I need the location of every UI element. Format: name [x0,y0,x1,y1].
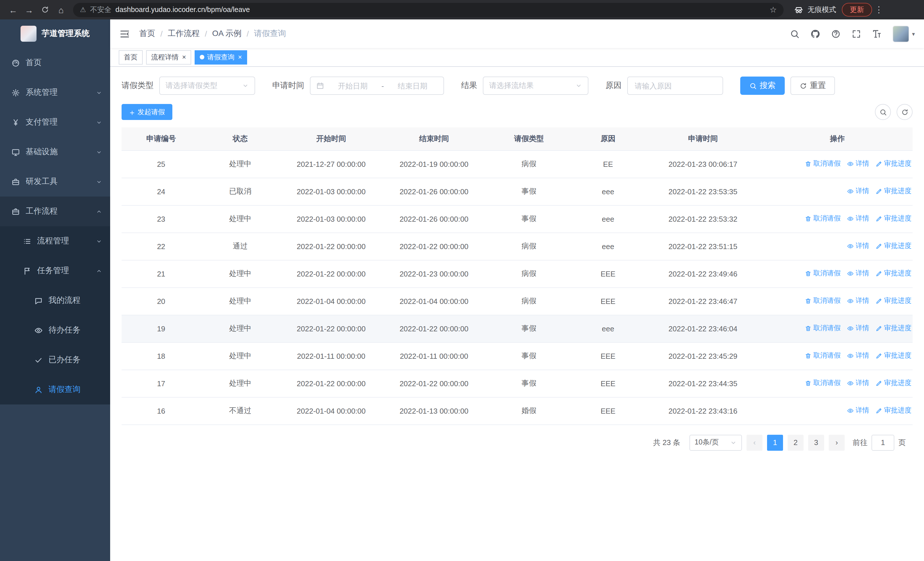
sidebar-item-todo-task[interactable]: 待办任务 [0,315,110,345]
font-size-icon[interactable] [872,29,882,39]
detail-link[interactable]: 详情 [847,296,869,306]
cell-leave-type: 病假 [485,287,572,315]
page-button-1[interactable]: 1 [767,435,783,450]
detail-link[interactable]: 详情 [847,406,869,416]
result-select[interactable]: 请选择流结果 [483,77,588,95]
page-button-2[interactable]: 2 [788,435,804,450]
trash-icon [805,161,812,167]
logo-avatar [21,26,36,42]
cell-status: 处理中 [201,370,280,397]
breadcrumb: 首页 / 工作流程 / OA 示例 / 请假查询 [139,29,286,39]
browser-menu-icon[interactable]: ⋮ [873,2,885,17]
sidebar-item-home[interactable]: 首页 [0,48,110,78]
search-button[interactable]: 搜索 [740,77,785,95]
reason-input[interactable] [627,77,723,95]
detail-link[interactable]: 详情 [847,186,869,196]
detail-link[interactable]: 详情 [847,323,869,333]
edit-icon [876,380,882,387]
tab-leave-query[interactable]: 请假查询 × [195,50,247,64]
user-menu[interactable]: ▾ [892,26,915,42]
date-range-picker[interactable]: - [310,77,444,95]
approval-progress-link[interactable]: 审批进度 [876,379,912,388]
sidebar-item-dev-tools[interactable]: 研发工具 [0,167,110,197]
approval-progress-link[interactable]: 审批进度 [876,269,912,278]
breadcrumb-item-workflow[interactable]: 工作流程 [168,29,200,39]
create-leave-button[interactable]: 发起请假 [122,104,172,120]
detail-link[interactable]: 详情 [847,241,869,251]
prev-page-button[interactable]: ‹ [747,435,762,450]
sidebar-item-infrastructure[interactable]: 基础设施 [0,137,110,167]
search-icon[interactable] [790,29,800,39]
sidebar-item-leave-query[interactable]: 请假查询 [0,375,110,405]
page-button-3[interactable]: 3 [808,435,824,450]
reload-icon[interactable] [38,2,52,17]
fullscreen-icon[interactable] [852,29,861,39]
sidebar-item-my-process[interactable]: 我的流程 [0,286,110,315]
bookmark-star-icon[interactable]: ☆ [770,5,777,14]
back-icon[interactable]: ← [6,2,21,17]
tab-home[interactable]: 首页 [119,50,142,64]
security-label[interactable]: 不安全 [90,5,112,15]
end-date-input[interactable] [387,81,438,90]
cancel-leave-link[interactable]: 取消请假 [805,296,841,306]
refresh-table-button[interactable] [897,104,913,120]
github-icon[interactable] [810,29,820,39]
cancel-leave-link[interactable]: 取消请假 [805,351,841,361]
close-icon[interactable]: × [182,54,186,60]
approval-progress-link[interactable]: 审批进度 [876,406,912,416]
detail-link[interactable]: 详情 [847,159,869,169]
next-page-button[interactable]: › [829,435,844,450]
detail-link[interactable]: 详情 [847,214,869,224]
approval-progress-link[interactable]: 审批进度 [876,323,912,333]
sidebar-item-process-mgmt[interactable]: 流程管理 [0,226,110,256]
close-icon[interactable]: × [238,54,242,60]
browser-home-icon[interactable]: ⌂ [54,2,69,17]
cell-end-time: 2022-01-26 00:00:00 [382,177,485,205]
toggle-search-button[interactable] [875,104,891,120]
apply-time-label: 申请时间 [272,81,304,91]
trash-icon [805,270,812,277]
sidebar-toggle-icon[interactable] [119,28,130,39]
detail-link[interactable]: 详情 [847,351,869,361]
cell-application-id: 25 [122,150,201,177]
approval-progress-link[interactable]: 审批进度 [876,296,912,306]
start-date-input[interactable] [328,81,378,90]
sidebar-item-payment[interactable]: 支付管理 [0,107,110,137]
navbar: 首页 / 工作流程 / OA 示例 / 请假查询 ▾ [110,20,924,48]
cancel-leave-link[interactable]: 取消请假 [805,379,841,388]
approval-progress-link[interactable]: 审批进度 [876,159,912,169]
breadcrumb-item-home[interactable]: 首页 [139,29,155,39]
sidebar-item-task-mgmt[interactable]: 任务管理 [0,256,110,286]
cell-actions: 取消请假详情审批进度 [762,342,913,370]
reset-button[interactable]: 重置 [790,77,835,95]
update-button[interactable]: 更新 [842,3,872,17]
goto-page-input[interactable] [872,435,894,450]
tab-process-detail[interactable]: 流程详情 × [146,50,191,64]
leave-type-select[interactable]: 请选择请假类型 [159,77,255,95]
range-separator: - [381,81,384,90]
breadcrumb-item-oa-example[interactable]: OA 示例 [212,29,242,39]
approval-progress-link[interactable]: 审批进度 [876,214,912,224]
sidebar-item-workflow[interactable]: 工作流程 [0,197,110,226]
cancel-leave-link[interactable]: 取消请假 [805,214,841,224]
cancel-leave-link[interactable]: 取消请假 [805,323,841,333]
approval-progress-link[interactable]: 审批进度 [876,241,912,251]
logo[interactable]: 芋道管理系统 [0,20,110,48]
cancel-leave-link-label: 取消请假 [813,379,841,388]
cancel-leave-link[interactable]: 取消请假 [805,159,841,169]
calendar-icon [316,82,324,90]
cancel-leave-link[interactable]: 取消请假 [805,269,841,278]
help-icon[interactable] [831,29,841,39]
sidebar-item-label: 研发工具 [26,176,58,187]
page-size-select[interactable]: 10条/页 [689,435,742,450]
sidebar-item-system[interactable]: 系统管理 [0,78,110,107]
approval-progress-link[interactable]: 审批进度 [876,351,912,361]
approval-progress-link[interactable]: 审批进度 [876,186,912,196]
url-bar[interactable]: ⚠ 不安全 dashboard.yudao.iocoder.cn/bpm/oa/… [73,3,784,17]
forward-icon[interactable]: → [22,2,36,17]
sidebar-item-done-task[interactable]: 已办任务 [0,345,110,375]
detail-link[interactable]: 详情 [847,379,869,388]
table-row: 22通过2022-01-22 00:00:002022-01-22 00:00:… [122,233,913,260]
detail-link[interactable]: 详情 [847,269,869,278]
leave-type-label: 请假类型 [122,81,153,91]
